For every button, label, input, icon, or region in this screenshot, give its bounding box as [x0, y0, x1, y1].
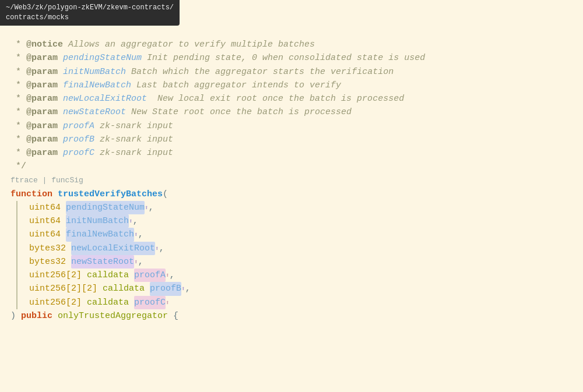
- param-proofA: uint256[2] calldata proofA⬆,: [22, 269, 583, 282]
- param-newLocalExitRoot: bytes32 newLocalExitRoot⬆,: [22, 242, 583, 255]
- code-container: * @notice Allows an aggregator to verify…: [0, 32, 583, 329]
- comment-param-3: * @param finalNewBatch Last batch aggreg…: [10, 79, 583, 92]
- comment-param-8: * @param proofC zk-snark input: [10, 146, 583, 160]
- path-line1: ~/Web3/zk/polygon-zkEVM/zkevm-contracts/: [6, 3, 174, 12]
- comment-param-1: * @param pendingStateNum Init pending st…: [10, 51, 583, 65]
- function-closing: ) public onlyTrustedAggregator {: [10, 309, 583, 323]
- param-initNumBatch: uint64 initNumBatch⬆,: [22, 214, 583, 228]
- param-newStateRoot: bytes32 newStateRoot⬆,: [22, 255, 583, 269]
- comment-param-5: * @param newStateRoot New State root onc…: [10, 105, 583, 119]
- param-proofB: uint256[2][2] calldata proofB⬆,: [22, 282, 583, 295]
- keyword-public: public: [21, 309, 52, 323]
- function-declaration: function trustedVerifyBatches (: [10, 188, 583, 201]
- comment-param-6: * @param proofA zk-snark input: [10, 119, 583, 133]
- trace-label: ftrace | funcSig: [10, 175, 83, 186]
- trace-line[interactable]: ftrace | funcSig: [10, 175, 583, 186]
- path-line2: contracts/mocks: [6, 13, 69, 22]
- path-tooltip: ~/Web3/zk/polygon-zkEVM/zkevm-contracts/…: [0, 0, 180, 26]
- params-block: uint64 pendingStateNum⬆, uint64 initNumB…: [16, 201, 583, 309]
- comment-param-4: * @param newLocalExitRoot New local exit…: [10, 92, 583, 105]
- comment-end: */: [10, 160, 583, 173]
- comment-param-2: * @param initNumBatch Batch which the ag…: [10, 65, 583, 79]
- param-pendingStateNum: uint64 pendingStateNum⬆,: [22, 201, 583, 214]
- param-proofC: uint256[2] calldata proofC⬆: [22, 296, 583, 309]
- function-name: trustedVerifyBatches: [58, 188, 163, 201]
- comment-param-7: * @param proofB zk-snark input: [10, 133, 583, 146]
- comment-notice: * @notice Allows an aggregator to verify…: [10, 38, 583, 51]
- keyword-function: function: [10, 188, 52, 201]
- modifier-name: onlyTrustedAggregator: [58, 309, 168, 323]
- param-finalNewBatch: uint64 finalNewBatch⬆,: [22, 228, 583, 241]
